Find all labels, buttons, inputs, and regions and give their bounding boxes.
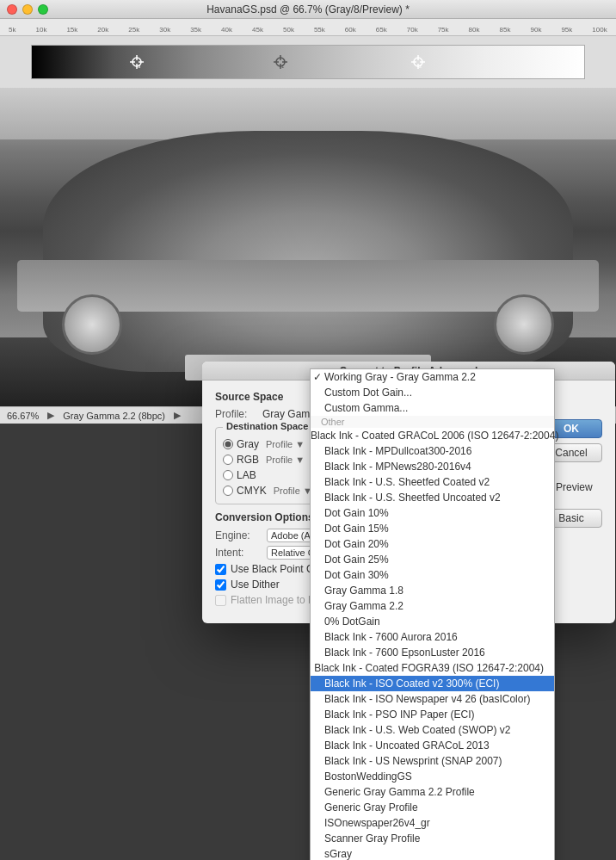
dropdown-item-label: Custom Gamma... [324, 402, 408, 414]
dropdown-item-label: Dot Gain 15% [324, 523, 389, 535]
dropdown-item-dot-gain-20[interactable]: Dot Gain 20% [311, 536, 554, 552]
dropdown-item-custom-gamma[interactable]: Custom Gamma... [311, 400, 554, 416]
radio-lab-label: LAB [237, 469, 256, 481]
dropdown-item-gray-gamma-22[interactable]: Gray Gamma 2.2 [311, 598, 554, 614]
dropdown-item-generic-gray[interactable]: Generic Gray Profile [311, 800, 554, 815]
radio-rgb-label: RGB [237, 454, 259, 466]
preview-label: Preview [556, 481, 593, 493]
rgb-profile-dropdown[interactable]: Profile ▼ [266, 455, 305, 465]
dropdown-item-label: Black Ink - MPNews280-2016v4 [324, 461, 471, 473]
dropdown-item-label: Black Ink - ISO Coated v2 300% (ECI) [324, 677, 499, 690]
title-bar: HavanaGS.psd @ 66.7% (Gray/8/Preview) * [0, 0, 616, 19]
dropdown-item-label: ISOnewspaper26v4_gr [324, 817, 430, 829]
dropdown-item-label: Gray Gamma 2.2 [324, 600, 403, 612]
dropdown-item-gray-gamma-18[interactable]: Gray Gamma 1.8 [311, 583, 554, 598]
dropdown-item-working-gray[interactable]: ✓ Working Gray - Gray Gamma 2.2 [311, 369, 554, 385]
dropdown-item-label: Black Ink - MPDullcoat300-2016 [324, 445, 471, 457]
gray-profile-dropdown[interactable]: Profile ▼ [266, 439, 305, 449]
color-strip-container: 3 1 2 [0, 36, 616, 88]
headlight-right [494, 294, 554, 355]
dropdown-item-label: Working Gray - Gray Gamma 2.2 [324, 371, 476, 383]
check-icon: ✓ [311, 371, 324, 383]
dropdown-item-label: Gray Gamma 1.8 [324, 585, 403, 597]
dropdown-item-generic-gray-22[interactable]: Generic Gray Gamma 2.2 Profile [311, 784, 554, 800]
ruler-marks: 5k 10k 15k 20k 25k 30k 35k 40k 45k 50k 5… [9, 26, 607, 35]
black-point-checkbox[interactable] [215, 564, 226, 575]
dropdown-item-scanner-gray[interactable]: Scanner Gray Profile [311, 831, 554, 846]
radio-gray[interactable] [223, 439, 233, 449]
dropdown-item-us-web-coated[interactable]: Black Ink - U.S. Web Coated (SWOP) v2 [311, 722, 554, 738]
dither-label: Use Dither [231, 578, 280, 591]
dropdown-item-label: 0% DotGain [324, 616, 380, 628]
dropdown-item-dot-gain-10[interactable]: Dot Gain 10% [311, 505, 554, 521]
dropdown-item-label: Black Ink - Coated GRACoL 2006 (ISO 1264… [311, 430, 558, 442]
radio-lab[interactable] [223, 470, 233, 480]
dropdown-item-label: Black Ink - Uncoated GRACoL 2013 [324, 739, 490, 752]
traffic-lights [7, 4, 48, 15]
dropdown-item-label: Scanner Gray Profile [324, 832, 420, 845]
dropdown-item-dot-gain-25[interactable]: Dot Gain 25% [311, 552, 554, 567]
dropdown-item-iso-newspaper-26[interactable]: ISOnewspaper26v4_gr [311, 815, 554, 831]
radio-cmyk[interactable] [223, 486, 233, 496]
dropdown-item-boston-wedding[interactable]: BostonWeddingGS [311, 769, 554, 784]
zoom-level: 66.67% [7, 411, 39, 421]
dropdown-item-label: Black Ink - PSO INP Paper (ECI) [324, 708, 475, 721]
radio-rgb[interactable] [223, 455, 233, 465]
dropdown-item-label: BostonWeddingGS [324, 770, 412, 783]
dropdown-item-label: sGray [324, 848, 352, 860]
dropdown-item-7600-aurora[interactable]: Black Ink - 7600 Aurora 2016 [311, 629, 554, 645]
dropdown-item-us-sheetfed-uncoated[interactable]: Black Ink - U.S. Sheetfed Uncoated v2 [311, 490, 554, 505]
dropdown-item-mpdullcoat[interactable]: Black Ink - MPDullcoat300-2016 [311, 443, 554, 459]
close-button[interactable] [7, 4, 17, 15]
crosshair-2: 1 [274, 55, 287, 69]
dropdown-item-sgray[interactable]: sGray [311, 846, 554, 860]
maximize-button[interactable] [38, 4, 48, 15]
dropdown-item-0pct-dotgain[interactable]: 0% DotGain [311, 614, 554, 629]
car-body [43, 131, 573, 372]
dropdown-group-other: Other [311, 416, 554, 428]
color-strip: 3 1 2 [31, 45, 585, 79]
profile-dropdown-popup: ✓ Working Gray - Gray Gamma 2.2 Custom D… [310, 368, 555, 860]
dropdown-item-black-ink-gracoL[interactable]: Black Ink - Coated GRACoL 2006 (ISO 1264… [311, 428, 554, 443]
dropdown-item-custom-dot-gain[interactable]: Custom Dot Gain... [311, 385, 554, 400]
dropdown-item-dot-gain-15[interactable]: Dot Gain 15% [311, 521, 554, 536]
profile-label: Profile: [215, 408, 262, 420]
dropdown-item-pso-inp[interactable]: Black Ink - PSO INP Paper (ECI) [311, 707, 554, 722]
dropdown-item-label: Black Ink - 7600 EpsonLuster 2016 [324, 647, 485, 659]
dropdown-item-label: Black Ink - 7600 Aurora 2016 [324, 631, 458, 643]
dropdown-item-label: Black Ink - US Newsprint (SNAP 2007) [324, 755, 502, 767]
dropdown-item-us-newsprint[interactable]: Black Ink - US Newsprint (SNAP 2007) [311, 753, 554, 769]
headlight-left [62, 294, 122, 355]
dropdown-item-label: Dot Gain 20% [324, 538, 389, 550]
dropdown-item-label: Black Ink - ISO Newspaper v4 26 (basICol… [324, 693, 530, 705]
dropdown-item-iso-coated-v2[interactable]: Black Ink - ISO Coated v2 300% (ECI) [311, 676, 554, 691]
photo-area: HFP 835 [0, 88, 616, 406]
minimize-button[interactable] [22, 4, 33, 15]
dropdown-item-uncoated-gracoL[interactable]: Black Ink - Uncoated GRACoL 2013 [311, 738, 554, 753]
dropdown-item-dot-gain-30[interactable]: Dot Gain 30% [311, 567, 554, 583]
dropdown-item-fogra39[interactable]: Black Ink - Coated FOGRA39 (ISO 12647-2:… [311, 660, 554, 676]
dropdown-item-label: Generic Gray Gamma 2.2 Profile [324, 786, 475, 798]
dropdown-item-label: Dot Gain 25% [324, 554, 389, 566]
dropdown-item-mpnews[interactable]: Black Ink - MPNews280-2016v4 [311, 459, 554, 474]
color-mode: Gray Gamma 2.2 (8bpc) [63, 411, 165, 421]
dither-checkbox[interactable] [215, 579, 226, 591]
dropdown-item-label: Generic Gray Profile [324, 801, 418, 814]
radio-gray-label: Gray [237, 438, 259, 450]
dropdown-item-us-sheetfed-coated[interactable]: Black Ink - U.S. Sheetfed Coated v2 [311, 474, 554, 490]
status-arrow: ▶ [47, 410, 54, 421]
dropdown-item-7600-epsonluster[interactable]: Black Ink - 7600 EpsonLuster 2016 [311, 645, 554, 660]
dropdown-item-label: Dot Gain 10% [324, 507, 389, 519]
dropdown-item-label: Custom Dot Gain... [324, 387, 412, 399]
cmyk-profile-dropdown[interactable]: Profile ▼ [274, 486, 312, 496]
ruler-top: 5k 10k 15k 20k 25k 30k 35k 40k 45k 50k 5… [0, 19, 616, 36]
intent-label: Intent: [215, 547, 267, 559]
destination-space-label: Destination Space [223, 421, 311, 431]
status-arrow2: ▶ [174, 410, 181, 421]
crosshair-3: 2 [411, 55, 425, 69]
dropdown-item-label: Dot Gain 30% [324, 569, 389, 581]
radio-cmyk-label: CMYK [237, 485, 267, 497]
dropdown-item-iso-newspaper[interactable]: Black Ink - ISO Newspaper v4 26 (basICol… [311, 691, 554, 707]
flatten-checkbox [215, 595, 226, 606]
dropdown-item-label: Black Ink - U.S. Sheetfed Coated v2 [324, 476, 490, 488]
